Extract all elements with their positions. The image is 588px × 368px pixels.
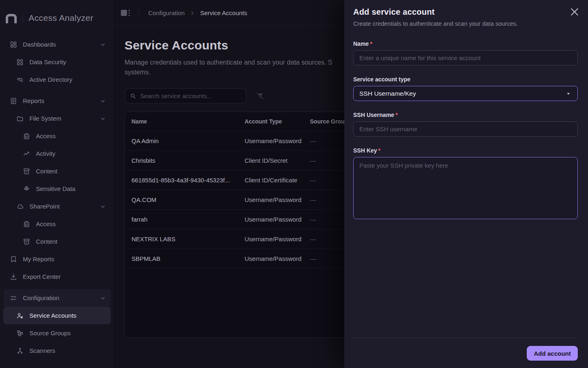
id-badge-icon	[23, 132, 30, 140]
archive-icon	[23, 168, 30, 175]
required-asterisk: *	[370, 40, 372, 47]
user-gear-icon	[16, 312, 24, 319]
brand-logo-icon	[6, 14, 17, 23]
sidebar-item-fs-access[interactable]: Access	[3, 127, 111, 145]
network-node-icon	[16, 347, 24, 355]
search-input[interactable]	[140, 92, 241, 99]
ssh-key-field-group: SSH Key*	[353, 147, 578, 221]
sidebar: Access Analyzer Dashboards Data Security…	[0, 0, 114, 368]
drawer-header: Add service account Create credentials t…	[344, 0, 588, 27]
report-icon	[10, 97, 17, 105]
bookmark-icon	[10, 256, 17, 263]
sidebar-item-data-security[interactable]: Data Security	[3, 53, 111, 71]
add-service-account-drawer: Add service account Create credentials t…	[344, 0, 588, 368]
chevron-down-icon	[100, 295, 106, 301]
close-icon[interactable]	[571, 8, 578, 16]
chevron-down-icon	[100, 98, 106, 104]
folder-icon	[16, 115, 24, 122]
sidebar-item-scanners[interactable]: Scanners	[3, 342, 111, 359]
cloud-icon	[16, 203, 24, 210]
ssh-username-label: SSH Username*	[353, 112, 578, 118]
sidebar-item-file-system[interactable]: File System	[3, 110, 111, 127]
data-security-icon	[16, 58, 24, 66]
account-type-field-group: Service account type SSH Username/Key	[353, 76, 578, 101]
sidebar-item-export-center[interactable]: Export Center	[3, 268, 111, 285]
name-field-group: Name*	[353, 40, 578, 65]
chevron-down-icon	[100, 116, 106, 121]
dashboard-icon	[10, 41, 17, 48]
chevron-down-icon	[100, 42, 106, 47]
ssh-username-input[interactable]	[353, 121, 578, 137]
drawer-title: Add service account	[353, 7, 434, 17]
sidebar-item-source-groups[interactable]: Source Groups	[3, 324, 111, 342]
drawer-form: Name* Service account type SSH Username/…	[344, 27, 588, 338]
brand-name: Access Analyzer	[29, 13, 94, 23]
brand-divider	[22, 13, 23, 23]
sidebar-nav: Dashboards Data Security Active Director…	[0, 34, 114, 359]
sidebar-item-active-directory[interactable]: Active Directory	[3, 71, 111, 88]
id-badge-icon	[23, 220, 30, 228]
sidebar-item-dashboards[interactable]: Dashboards	[3, 36, 111, 53]
sidebar-item-sharepoint[interactable]: SharePoint	[3, 197, 111, 215]
chevron-right-icon	[189, 10, 195, 16]
ssh-key-label: SSH Key*	[353, 147, 578, 154]
drawer-subtitle: Create credentials to authenticate and s…	[353, 20, 578, 27]
archive-icon	[23, 238, 30, 245]
filter-off-icon[interactable]	[256, 92, 264, 100]
sliders-icon	[10, 294, 17, 302]
list-search-icon	[16, 76, 24, 83]
sidebar-item-reports[interactable]: Reports	[3, 92, 111, 110]
hierarchy-icon	[16, 330, 24, 337]
breadcrumb-configuration[interactable]: Configuration	[148, 9, 185, 16]
drawer-footer: Add account	[344, 338, 588, 368]
sidebar-item-my-reports[interactable]: My Reports	[3, 250, 111, 268]
caret-down-icon	[565, 90, 572, 97]
account-type-label: Service account type	[353, 76, 578, 83]
name-label: Name*	[353, 40, 578, 47]
name-input[interactable]	[353, 50, 578, 65]
sidebar-item-service-accounts[interactable]: Service Accounts	[3, 307, 111, 324]
sidebar-item-sp-access[interactable]: Access	[3, 215, 111, 233]
required-asterisk: *	[395, 112, 397, 118]
column-header-account-type: Account Type	[238, 118, 303, 125]
topbar-divider	[139, 9, 139, 18]
fingerprint-icon	[23, 185, 30, 193]
add-account-button[interactable]: Add account	[527, 346, 578, 361]
chevron-down-icon	[100, 204, 106, 209]
sidebar-toggle-icon[interactable]	[121, 10, 130, 16]
sidebar-item-configuration[interactable]: Configuration	[3, 289, 111, 307]
download-icon	[10, 273, 17, 280]
footer-divider	[353, 338, 578, 338]
search-box	[125, 88, 246, 103]
ssh-key-textarea[interactable]	[353, 157, 578, 219]
activity-icon	[23, 150, 30, 157]
brand[interactable]: Access Analyzer	[0, 0, 114, 34]
account-type-select[interactable]: SSH Username/Key	[353, 86, 578, 101]
sidebar-item-sensitive-data[interactable]: Sensitive Data	[3, 180, 111, 197]
breadcrumb: Configuration Service Accounts	[148, 9, 247, 16]
sidebar-item-sp-content[interactable]: Content	[3, 233, 111, 250]
sidebar-item-fs-activity[interactable]: Activity	[3, 145, 111, 162]
breadcrumb-current: Service Accounts	[200, 9, 247, 16]
account-type-selected-value: SSH Username/Key	[359, 90, 416, 97]
column-header-name: Name	[125, 118, 238, 125]
search-icon	[130, 93, 136, 99]
sidebar-item-fs-content[interactable]: Content	[3, 162, 111, 180]
required-asterisk: *	[378, 147, 380, 154]
ssh-username-field-group: SSH Username*	[353, 112, 578, 137]
